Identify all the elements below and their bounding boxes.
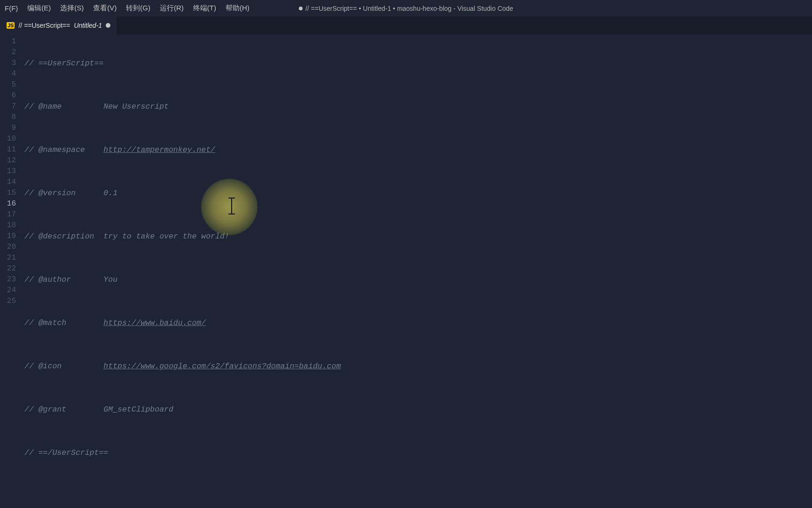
code-line: // @author You bbox=[24, 274, 812, 285]
code-line: // ==UserScript== bbox=[24, 58, 812, 69]
line-number: 17 bbox=[0, 209, 24, 220]
menu-edit[interactable]: 编辑(E) bbox=[23, 2, 55, 15]
code-line: // @match https://www.baidu.com/ bbox=[24, 318, 812, 328]
code-line: // @description try to take over the wor… bbox=[24, 231, 812, 242]
line-number: 24 bbox=[0, 285, 24, 296]
code-line bbox=[24, 491, 812, 501]
line-number: 16 bbox=[0, 198, 24, 209]
line-number: 3 bbox=[0, 58, 24, 69]
line-number-gutter: 1234567891011121314151617181920212223242… bbox=[0, 34, 24, 508]
js-icon: JS bbox=[7, 22, 15, 29]
line-number: 4 bbox=[0, 69, 24, 79]
line-number: 21 bbox=[0, 253, 24, 263]
line-number: 12 bbox=[0, 155, 24, 166]
tab-filename: Untitled-1 bbox=[74, 22, 102, 29]
menu-run[interactable]: 运行(R) bbox=[155, 2, 188, 15]
tab-active[interactable]: JS // ==UserScript== Untitled-1 bbox=[0, 16, 117, 34]
line-number: 1 bbox=[0, 36, 24, 47]
line-number: 11 bbox=[0, 144, 24, 155]
menu-select[interactable]: 选择(S) bbox=[55, 2, 88, 15]
line-number: 19 bbox=[0, 231, 24, 242]
line-number: 20 bbox=[0, 242, 24, 253]
line-number: 14 bbox=[0, 177, 24, 188]
line-number: 15 bbox=[0, 188, 24, 198]
window-title: // ==UserScript== • Untitled-1 • maoshu-… bbox=[299, 5, 513, 12]
code-area[interactable]: // ==UserScript== // @name New Userscrip… bbox=[24, 34, 812, 508]
code-line: // ==/UserScript== bbox=[24, 447, 812, 458]
line-number: 18 bbox=[0, 220, 24, 231]
editor[interactable]: 1234567891011121314151617181920212223242… bbox=[0, 34, 812, 508]
line-number: 8 bbox=[0, 112, 24, 123]
line-number: 23 bbox=[0, 274, 24, 285]
code-line: // @icon https://www.google.com/s2/favic… bbox=[24, 361, 812, 372]
dirty-dot-icon bbox=[106, 23, 110, 28]
code-line: // @name New Userscript bbox=[24, 101, 812, 112]
line-number: 22 bbox=[0, 263, 24, 274]
title-text: // ==UserScript== • Untitled-1 • maoshu-… bbox=[305, 5, 513, 12]
dirty-indicator-icon bbox=[299, 7, 303, 10]
tab-bar: JS // ==UserScript== Untitled-1 bbox=[0, 16, 812, 34]
line-number: 2 bbox=[0, 47, 24, 58]
menu-help[interactable]: 帮助(H) bbox=[221, 2, 254, 15]
menu-items: F(F) 编辑(E) 选择(S) 查看(V) 转到(G) 运行(R) 终端(T)… bbox=[0, 2, 254, 15]
code-line: // @version 0.1 bbox=[24, 188, 812, 198]
line-number: 5 bbox=[0, 79, 24, 90]
line-number: 25 bbox=[0, 296, 24, 307]
menu-bar: F(F) 编辑(E) 选择(S) 查看(V) 转到(G) 运行(R) 终端(T)… bbox=[0, 0, 812, 16]
code-line: // @namespace http://tampermonkey.net/ bbox=[24, 144, 812, 155]
line-number: 9 bbox=[0, 123, 24, 134]
menu-go[interactable]: 转到(G) bbox=[121, 2, 155, 15]
code-line: // @grant GM_setClipboard bbox=[24, 404, 812, 415]
line-number: 7 bbox=[0, 101, 24, 112]
line-number: 13 bbox=[0, 166, 24, 177]
menu-terminal[interactable]: 终端(T) bbox=[188, 2, 221, 15]
menu-view[interactable]: 查看(V) bbox=[88, 2, 121, 15]
line-number: 6 bbox=[0, 90, 24, 101]
line-number: 10 bbox=[0, 134, 24, 144]
menu-file[interactable]: F(F) bbox=[0, 2, 23, 14]
tab-title: // ==UserScript== bbox=[18, 22, 70, 29]
